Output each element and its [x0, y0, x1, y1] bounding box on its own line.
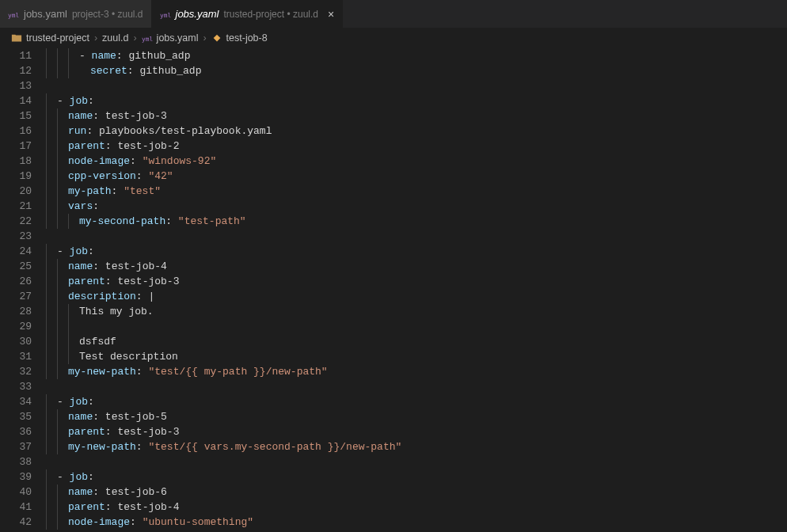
code-line[interactable] — [46, 379, 787, 394]
tab-filename: jobs.yaml — [24, 8, 67, 20]
line-number: 19 — [0, 169, 32, 184]
code-line[interactable]: node-image: "windows-92" — [46, 154, 787, 169]
code-line[interactable] — [46, 319, 787, 334]
chevron-right-icon: › — [131, 32, 138, 44]
line-number: 23 — [0, 229, 32, 244]
code-line[interactable]: This my job. — [46, 304, 787, 319]
code-line[interactable]: cpp-version: "42" — [46, 169, 787, 184]
code-line[interactable]: parent: test-job-3 — [46, 424, 787, 439]
svg-text:yml: yml — [160, 11, 171, 18]
folder-icon — [11, 32, 22, 44]
code-line[interactable]: name: test-job-6 — [46, 484, 787, 500]
code-line[interactable]: name: test-job-5 — [46, 409, 787, 424]
code-line[interactable]: - job: — [46, 394, 787, 409]
line-number: 26 — [0, 274, 32, 289]
code-line[interactable]: node-image: "ubuntu-something" — [46, 515, 787, 530]
code-line[interactable]: my-new-path: "test/{{ vars.my-second-pat… — [46, 439, 787, 454]
line-number: 37 — [0, 439, 32, 454]
code-line[interactable]: - job: — [46, 93, 787, 108]
line-number: 15 — [0, 108, 32, 124]
line-number: 31 — [0, 349, 32, 364]
line-number: 40 — [0, 484, 32, 500]
svg-text:yml: yml — [8, 11, 19, 18]
code-line[interactable]: my-new-path: "test/{{ my-path }}/new-pat… — [46, 364, 787, 379]
line-number: 27 — [0, 289, 32, 304]
line-number: 29 — [0, 319, 32, 334]
line-number: 21 — [0, 199, 32, 214]
line-number: 42 — [0, 515, 32, 530]
line-number: 13 — [0, 78, 32, 93]
editor-tabs: yml jobs.yaml project-3 • zuul.d yml job… — [0, 0, 787, 28]
line-number: 33 — [0, 379, 32, 394]
breadcrumb-item[interactable]: yml jobs.yaml — [142, 32, 199, 44]
yaml-file-icon: yml — [160, 9, 171, 20]
line-number: 25 — [0, 259, 32, 274]
line-number-gutter: 1112131415161718192021222324252627282930… — [0, 48, 46, 532]
code-line[interactable] — [46, 78, 787, 93]
code-line[interactable]: - name: github_adp — [46, 48, 787, 63]
tab-subpath: project-3 • zuul.d — [72, 9, 143, 20]
yaml-file-icon: yml — [142, 32, 153, 44]
code-line[interactable]: secret: github_adp — [46, 63, 787, 78]
code-line[interactable]: name: test-job-4 — [46, 259, 787, 274]
tab-jobs-project3[interactable]: yml jobs.yaml project-3 • zuul.d — [0, 0, 152, 28]
yaml-file-icon: yml — [8, 9, 19, 20]
code-line[interactable]: my-second-path: "test-path" — [46, 214, 787, 229]
line-number: 35 — [0, 409, 32, 424]
symbol-icon — [211, 32, 222, 44]
tab-jobs-trusted[interactable]: yml jobs.yaml trusted-project • zuul.d × — [152, 0, 344, 28]
line-number: 14 — [0, 93, 32, 108]
code-line[interactable]: parent: test-job-3 — [46, 274, 787, 289]
code-line[interactable]: parent: test-job-2 — [46, 139, 787, 154]
breadcrumb-item[interactable]: zuul.d — [102, 32, 128, 44]
code-line[interactable]: description: | — [46, 289, 787, 304]
line-number: 36 — [0, 424, 32, 439]
breadcrumb-item[interactable]: trusted-project — [11, 32, 89, 44]
code-line[interactable] — [46, 454, 787, 469]
line-number: 24 — [0, 244, 32, 259]
line-number: 30 — [0, 334, 32, 349]
svg-text:yml: yml — [142, 36, 153, 43]
code-line[interactable]: dsfsdf — [46, 334, 787, 349]
line-number: 17 — [0, 139, 32, 154]
line-number: 39 — [0, 469, 32, 484]
tab-subpath: trusted-project • zuul.d — [223, 9, 318, 20]
line-number: 34 — [0, 394, 32, 409]
code-line[interactable]: vars: — [46, 199, 787, 214]
line-number: 20 — [0, 184, 32, 199]
line-number: 38 — [0, 454, 32, 469]
line-number: 22 — [0, 214, 32, 229]
line-number: 16 — [0, 124, 32, 139]
code-line[interactable]: - job: — [46, 469, 787, 484]
close-icon[interactable]: × — [328, 9, 334, 20]
line-number: 18 — [0, 154, 32, 169]
line-number: 32 — [0, 364, 32, 379]
code-line[interactable] — [46, 229, 787, 244]
chevron-right-icon: › — [201, 32, 207, 44]
chevron-right-icon: › — [93, 32, 99, 44]
code-line[interactable]: run: playbooks/test-playbook.yaml — [46, 124, 787, 139]
code-editor[interactable]: 1112131415161718192021222324252627282930… — [0, 48, 787, 532]
tab-filename: jobs.yaml — [176, 8, 219, 20]
code-area[interactable]: - name: github_adpsecret: github_adp- jo… — [46, 48, 787, 532]
line-number: 28 — [0, 304, 32, 319]
code-line[interactable]: - job: — [46, 244, 787, 259]
breadcrumb-item[interactable]: test-job-8 — [211, 32, 268, 44]
code-line[interactable]: parent: test-job-4 — [46, 500, 787, 515]
line-number: 12 — [0, 63, 32, 78]
code-line[interactable]: name: test-job-3 — [46, 108, 787, 124]
line-number: 41 — [0, 500, 32, 515]
code-line[interactable]: my-path: "test" — [46, 184, 787, 199]
breadcrumb: trusted-project › zuul.d › yml jobs.yaml… — [0, 28, 787, 48]
line-number: 11 — [0, 48, 32, 63]
code-line[interactable]: Test description — [46, 349, 787, 364]
